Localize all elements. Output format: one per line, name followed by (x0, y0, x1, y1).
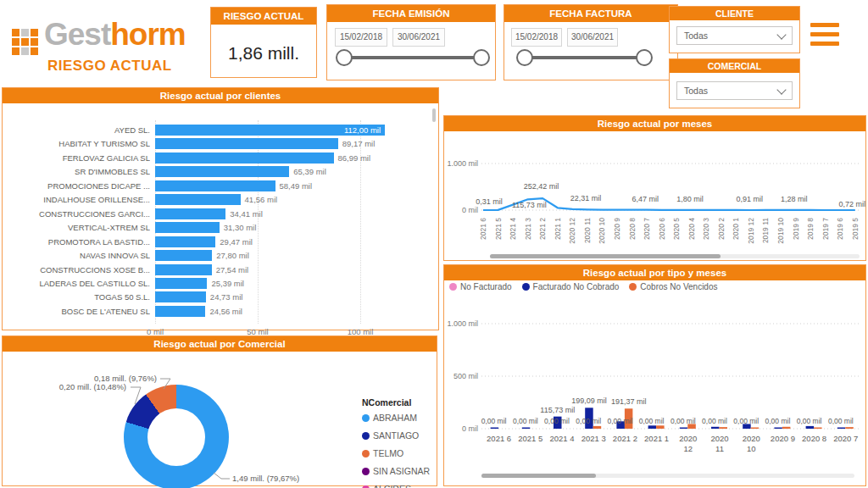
bar[interactable] (155, 152, 334, 164)
bar[interactable] (155, 208, 225, 219)
bar-value-label: 89,17 mil (342, 139, 376, 148)
category-label: FERLOVAZ GALICIA SL (3, 153, 150, 163)
bar[interactable] (155, 194, 241, 205)
date-slider-track (344, 56, 482, 59)
bar[interactable] (155, 180, 275, 191)
legend-item-telmo[interactable]: TELMO (362, 448, 430, 458)
bar[interactable] (774, 428, 782, 430)
bar[interactable] (155, 306, 205, 317)
bar[interactable] (593, 426, 602, 429)
comercial-dropdown[interactable]: Todas (676, 81, 793, 100)
data-label: 0,31 mil (476, 197, 503, 206)
end-date-input[interactable]: 30/06/2021 (392, 28, 445, 47)
kpi-card-riesgo-actual: RIESGO ACTUAL 1,86 mill. (210, 7, 317, 78)
slice-label-santiago: 0,20 mill. (10,48%) (59, 382, 126, 391)
slicer-title: FECHA EMISIÓN (327, 5, 495, 22)
dashboard: Gesthorm RIESGO ACTUAL RIESGO ACTUAL 1,8… (0, 0, 868, 488)
bar[interactable] (522, 428, 531, 430)
end-date-input[interactable]: 30/06/2021 (567, 28, 618, 47)
data-label: 0,72 mil (838, 200, 865, 208)
bar[interactable] (711, 427, 720, 429)
bar[interactable] (751, 428, 760, 430)
bar-value-label: 24,73 mil (210, 292, 243, 302)
slice-label-abraham: 1,49 mill. (79,67%) (232, 474, 299, 483)
bar[interactable] (155, 250, 212, 261)
bar[interactable] (155, 278, 207, 289)
bar[interactable] (155, 138, 338, 149)
legend-item-abraham[interactable]: ABRAHAM (362, 413, 430, 423)
h-scrollbar-thumb[interactable] (490, 254, 721, 258)
legend-item-no-facturado[interactable]: No Facturado (449, 282, 512, 291)
slicer-title: CLIENTE (670, 7, 799, 20)
legend-item-facturado-no-cobrado[interactable]: Facturado No Cobrado (522, 282, 620, 291)
menu-button[interactable] (810, 23, 839, 46)
slider-handle-left[interactable] (516, 49, 533, 66)
cliente-dropdown[interactable]: Todas (676, 26, 793, 45)
brand-gray: Gest (44, 17, 110, 52)
zero-data-label: 0,00 mil (733, 417, 759, 425)
legend-label: No Facturado (460, 282, 512, 291)
zero-data-label: 0,00 mil (481, 417, 507, 425)
bar[interactable] (720, 427, 728, 429)
bar[interactable] (845, 427, 854, 429)
donut-chart[interactable] (124, 385, 229, 488)
bar-value-label: 24,56 mil (209, 307, 242, 316)
bar[interactable] (814, 428, 822, 430)
x-axis-tick: 2019 7 (821, 218, 830, 240)
legend-item-alcides[interactable]: ALCIDES (362, 484, 430, 488)
x-axis-tick: 2021 4 (509, 218, 517, 240)
zero-data-label: 0,00 mil (797, 417, 822, 425)
bar[interactable] (155, 291, 206, 302)
x-gridline (360, 120, 361, 324)
bar[interactable] (656, 425, 665, 429)
slicer-cliente: CLIENTE Todas (669, 6, 800, 53)
slider-handle-right[interactable] (636, 49, 653, 66)
x-axis-tick: 2021 3 (524, 218, 532, 240)
date-slider-track (525, 56, 645, 59)
bar[interactable] (648, 425, 657, 429)
zero-data-label: 0,00 mil (765, 417, 791, 425)
bar[interactable] (782, 427, 791, 429)
panel-riesgo-por-comercial: Riesgo actual por Comercial 0,18 mill. (… (2, 336, 437, 486)
bar[interactable] (491, 428, 499, 430)
slider-handle-right[interactable] (473, 49, 490, 66)
hamburger-icon (810, 23, 839, 27)
bar[interactable] (155, 236, 215, 247)
x-axis-tick: 2020 6 (658, 218, 666, 240)
donut-hole (147, 408, 205, 466)
x-axis-tick: 2021 4 (549, 434, 574, 443)
category-label: PROMOTORA LA BASTID... (3, 237, 150, 247)
bar[interactable] (680, 428, 688, 430)
start-date-input[interactable]: 15/02/2018 (511, 28, 562, 47)
data-label: 1,80 mil (676, 195, 704, 203)
panel-riesgo-por-meses: Riesgo actual por meses 1.000 mil0 mil20… (443, 115, 866, 261)
bar[interactable] (155, 166, 289, 177)
start-date-input[interactable]: 15/02/2018 (335, 28, 387, 47)
bar[interactable] (806, 426, 815, 429)
slider-handle-left[interactable] (336, 49, 353, 66)
x-axis-tick: 2021 5 (518, 434, 542, 443)
legend-item-cobros-no-vencidos[interactable]: Cobros No Vencidos (629, 282, 717, 291)
data-label: 199,09 mil (571, 396, 607, 405)
legend-item-santiago[interactable]: SANTIAGO (362, 430, 430, 441)
vertical-scrollbar[interactable] (432, 108, 436, 122)
legend-item-sin-asignar[interactable]: SIN ASIGNAR (362, 466, 430, 476)
bar-value-label: 27,54 mil (216, 265, 249, 274)
brand-name: Gesthorm (44, 17, 186, 53)
y-axis-tick: 0 mil (462, 206, 478, 214)
bar[interactable] (155, 264, 212, 275)
h-scrollbar-thumb[interactable] (481, 474, 596, 478)
bar[interactable]: 112,00 mil (155, 125, 385, 136)
legend-dot (362, 468, 370, 475)
category-label: CONSTRUCCIONS XOSE B... (3, 265, 150, 274)
bar[interactable] (155, 222, 220, 233)
category-label: TOGAS 50 S.L. (3, 292, 150, 302)
bar-value-label: 65,39 mil (293, 167, 326, 176)
tipo-bar-chart: 1.000 mil500 mil0 mil0,00 mil2021 60,00 … (444, 280, 865, 485)
x-axis-tick: 2019 9 (792, 218, 800, 240)
donut-legend: NComercialABRAHAMSANTIAGOTELMOSIN ASIGNA… (362, 397, 430, 488)
chart-title: Riesgo actual por clientes (3, 88, 438, 103)
x-axis-tick: 2021 6 (479, 218, 487, 240)
bar[interactable] (837, 428, 846, 430)
x-axis-tick: 2019 6 (836, 218, 844, 240)
